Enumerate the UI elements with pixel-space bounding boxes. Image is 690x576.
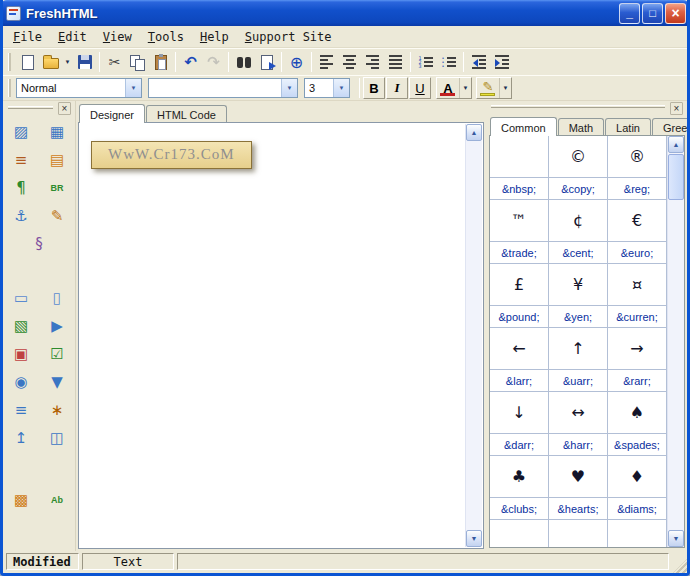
minimize-button[interactable]: _ bbox=[619, 3, 640, 24]
font-size-combo[interactable]: 3 ▼ bbox=[304, 78, 350, 98]
tool-fieldset[interactable]: ◫ bbox=[46, 427, 68, 449]
cut-button[interactable]: ✂ bbox=[103, 51, 126, 73]
new-button[interactable] bbox=[16, 51, 39, 73]
tool-combo-box[interactable]: ▼ bbox=[46, 371, 68, 393]
tool-insert-form[interactable]: ▭ bbox=[10, 287, 32, 309]
tool-list-box[interactable]: ≡ bbox=[10, 399, 32, 421]
entity-label-cell[interactable]: &euro; bbox=[608, 242, 667, 264]
entity-label-cell[interactable]: &rarr; bbox=[608, 370, 667, 392]
panel-grip[interactable] bbox=[491, 105, 665, 108]
scroll-up-button[interactable]: ▲ bbox=[668, 136, 684, 153]
entity-label-cell[interactable]: &nbsp; bbox=[490, 178, 549, 200]
entity-label-cell[interactable]: &cent; bbox=[549, 242, 608, 264]
entity-label-cell[interactable]: &pound; bbox=[490, 306, 549, 328]
entity-symbol-cell[interactable]: ¢ bbox=[549, 200, 608, 242]
entity-label-cell[interactable]: &reg; bbox=[608, 178, 667, 200]
menu-help[interactable]: Help bbox=[192, 28, 237, 46]
tool-file-upload[interactable]: ↥ bbox=[10, 427, 32, 449]
entity-symbol-cell[interactable]: ™ bbox=[490, 200, 549, 242]
entity-label-cell[interactable]: &harr; bbox=[549, 434, 608, 456]
scroll-up-button[interactable]: ▲ bbox=[466, 124, 482, 141]
find-button[interactable] bbox=[232, 51, 255, 73]
tab-common[interactable]: Common bbox=[490, 117, 557, 136]
entity-symbol-cell[interactable]: ↓ bbox=[490, 392, 549, 434]
entity-label-cell[interactable]: &clubs; bbox=[490, 498, 549, 520]
entity-symbol-cell[interactable]: ¤ bbox=[608, 264, 667, 306]
entity-symbol-cell[interactable]: ® bbox=[608, 136, 667, 178]
entity-symbol-cell[interactable]: ♦ bbox=[608, 456, 667, 498]
panel-close-button[interactable]: × bbox=[670, 102, 683, 115]
entity-label-cell[interactable]: &diams; bbox=[608, 498, 667, 520]
entity-symbol-cell[interactable]: → bbox=[608, 328, 667, 370]
highlight-button[interactable]: ✎ ▼ bbox=[476, 77, 512, 99]
bold-button[interactable]: B bbox=[363, 77, 385, 99]
tool-image-map[interactable]: ▧ bbox=[10, 315, 32, 337]
tool-insert-image[interactable]: ▨ bbox=[10, 121, 32, 143]
tool-spell-check[interactable]: Ab bbox=[46, 489, 68, 511]
tool-checkbox[interactable]: ☑ bbox=[46, 343, 68, 365]
paragraph-style-dropdown[interactable]: ▼ bbox=[125, 79, 141, 97]
indent-button[interactable] bbox=[490, 51, 513, 73]
hyperlink-button[interactable]: ⊕ bbox=[285, 51, 308, 73]
entity-label-cell[interactable]: &yen; bbox=[549, 306, 608, 328]
numbered-list-button[interactable]: 1 2 3 bbox=[414, 51, 437, 73]
sidebar-close-button[interactable]: × bbox=[58, 102, 71, 115]
entity-label-cell[interactable]: &hearts; bbox=[549, 498, 608, 520]
entity-label-cell[interactable]: &copy; bbox=[549, 178, 608, 200]
font-name-dropdown[interactable]: ▼ bbox=[281, 79, 297, 97]
entity-symbol-cell[interactable] bbox=[549, 520, 608, 547]
entity-symbol-cell[interactable]: ♥ bbox=[549, 456, 608, 498]
highlight-dropdown[interactable]: ▼ bbox=[499, 78, 511, 98]
tool-push-button[interactable]: ▣ bbox=[10, 343, 32, 365]
entity-symbol-cell[interactable]: ♠ bbox=[608, 392, 667, 434]
sidebar-grip[interactable] bbox=[8, 106, 53, 109]
entity-symbol-cell[interactable]: ↔ bbox=[549, 392, 608, 434]
entity-symbol-cell[interactable]: ¥ bbox=[549, 264, 608, 306]
tool-insert-anchor[interactable]: ⚓ bbox=[10, 205, 32, 227]
italic-button[interactable]: I bbox=[386, 77, 408, 99]
toolbar-grip[interactable] bbox=[8, 53, 11, 71]
tool-insert-media[interactable]: ▶ bbox=[46, 315, 68, 337]
maximize-button[interactable]: □ bbox=[642, 3, 663, 24]
font-size-dropdown[interactable]: ▼ bbox=[333, 79, 349, 97]
paste-button[interactable] bbox=[149, 51, 172, 73]
bullet-list-button[interactable]: • • • bbox=[437, 51, 460, 73]
entity-label-cell[interactable]: &darr; bbox=[490, 434, 549, 456]
redo-button[interactable]: ↷ bbox=[202, 51, 225, 73]
tool-horizontal-rule[interactable]: ≡ bbox=[10, 149, 32, 171]
entity-label-cell[interactable]: &larr; bbox=[490, 370, 549, 392]
entity-symbol-cell[interactable]: € bbox=[608, 200, 667, 242]
tool-hidden-field[interactable]: ∗ bbox=[46, 399, 68, 421]
entity-symbol-cell[interactable] bbox=[608, 520, 667, 547]
close-button[interactable]: × bbox=[665, 3, 686, 24]
menu-edit[interactable]: Edit bbox=[50, 28, 95, 46]
align-right-button[interactable] bbox=[361, 51, 384, 73]
open-dropdown[interactable]: ▼ bbox=[62, 51, 73, 73]
scroll-down-button[interactable]: ▼ bbox=[668, 530, 684, 547]
preview-button[interactable] bbox=[255, 51, 278, 73]
tool-image-gallery[interactable]: ▩ bbox=[10, 489, 32, 511]
undo-button[interactable]: ↶ bbox=[179, 51, 202, 73]
outdent-button[interactable] bbox=[467, 51, 490, 73]
resize-grip[interactable] bbox=[673, 559, 687, 573]
entity-label-cell[interactable]: &spades; bbox=[608, 434, 667, 456]
tool-insert-table[interactable]: ▦ bbox=[46, 121, 68, 143]
tab-html-code[interactable]: HTML Code bbox=[146, 105, 227, 123]
tool-insert-paragraph[interactable]: ¶ bbox=[10, 177, 32, 199]
entity-label-cell[interactable]: &uarr; bbox=[549, 370, 608, 392]
open-button[interactable] bbox=[39, 51, 62, 73]
copy-button[interactable] bbox=[126, 51, 149, 73]
justify-button[interactable] bbox=[384, 51, 407, 73]
entity-symbol-cell[interactable]: © bbox=[549, 136, 608, 178]
tool-radio-button[interactable]: ◉ bbox=[10, 371, 32, 393]
font-color-button[interactable]: A ▼ bbox=[436, 77, 472, 99]
save-button[interactable] bbox=[73, 51, 96, 73]
tool-edit-note[interactable]: ✎ bbox=[46, 205, 68, 227]
entity-label-cell[interactable]: &trade; bbox=[490, 242, 549, 264]
title-bar[interactable]: FreshHTML _ □ × bbox=[0, 0, 690, 26]
entity-symbol-cell[interactable]: £ bbox=[490, 264, 549, 306]
menu-support-site[interactable]: Support Site bbox=[237, 28, 340, 46]
entity-symbol-cell[interactable]: ↑ bbox=[549, 328, 608, 370]
menu-view[interactable]: View bbox=[95, 28, 140, 46]
entity-symbol-cell[interactable]: ♣ bbox=[490, 456, 549, 498]
